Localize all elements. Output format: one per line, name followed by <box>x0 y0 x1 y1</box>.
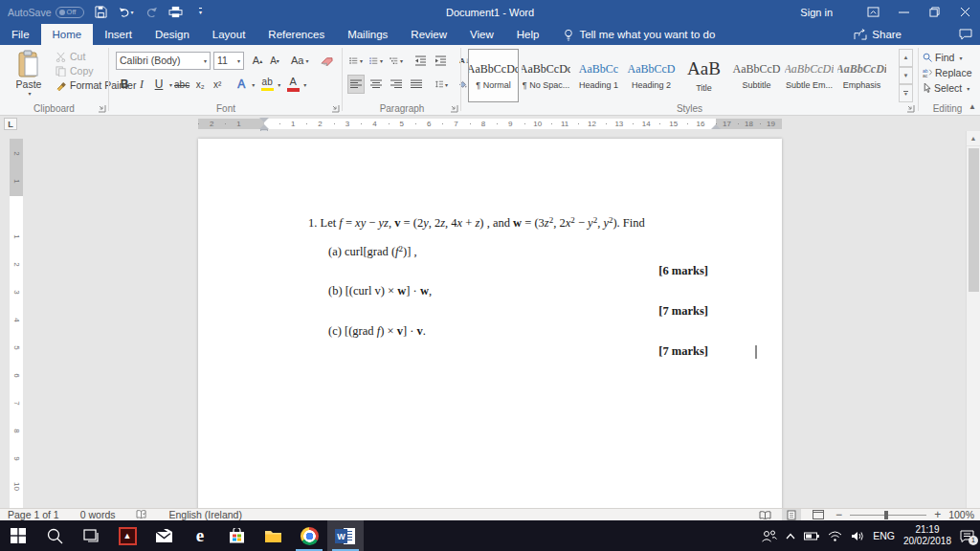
mail-button[interactable] <box>145 520 182 551</box>
tab-selector[interactable]: L <box>4 118 17 130</box>
sign-in-link[interactable]: Sign in <box>800 7 833 18</box>
line-spacing-button[interactable]: ▾ <box>433 75 450 94</box>
web-layout-button[interactable] <box>809 509 828 520</box>
ribbon-tab[interactable]: References <box>256 24 336 45</box>
customize-qat-button[interactable]: ▾ <box>193 5 209 20</box>
volume-icon[interactable] <box>851 531 864 541</box>
style-item[interactable]: AaBbCcDi Subtle Em... <box>784 49 835 102</box>
print-layout-button[interactable] <box>782 509 801 520</box>
page-indicator[interactable]: Page 1 of 1 <box>8 509 59 520</box>
battery-status-icon[interactable] <box>804 532 819 540</box>
scroll-up-button[interactable]: ▲ <box>967 131 980 146</box>
action-center-button[interactable]: 1 <box>960 530 974 542</box>
bold-button[interactable]: B <box>116 75 133 94</box>
font-size-combobox[interactable]: 11▾ <box>213 52 244 70</box>
style-item[interactable]: AaB Title <box>679 49 729 102</box>
language-switcher[interactable]: ENG <box>873 530 895 541</box>
zoom-slider[interactable] <box>850 515 926 516</box>
microsoft-store-button[interactable] <box>218 520 255 551</box>
ribbon-tab[interactable]: View <box>458 24 505 45</box>
show-hidden-icons-button[interactable] <box>786 533 795 540</box>
clipboard-dialog-launcher[interactable] <box>97 103 106 113</box>
ribbon-tab[interactable]: Review <box>399 24 458 45</box>
ribbon-display-options-button[interactable] <box>858 0 888 24</box>
numbering-button[interactable]: ▾ <box>368 51 385 70</box>
redo-button[interactable] <box>144 5 159 20</box>
share-button[interactable]: Share <box>854 29 902 40</box>
word-taskbar-button[interactable]: W <box>327 520 364 551</box>
text-highlight-button[interactable]: ab <box>258 75 276 94</box>
document-page[interactable]: 1. Let f = xy − yz, v = (2y, 2z, 4x + z)… <box>198 139 782 508</box>
change-case-button[interactable]: Aa▾ <box>289 51 310 70</box>
clear-formatting-button[interactable] <box>318 51 335 70</box>
paragraph-dialog-launcher[interactable] <box>449 103 458 113</box>
language-indicator[interactable]: English (Ireland) <box>168 509 241 520</box>
right-indent-marker[interactable] <box>711 124 721 129</box>
increase-indent-button[interactable] <box>432 51 449 70</box>
subscript-button[interactable]: x₂ <box>191 75 209 94</box>
style-item[interactable]: AaBbCcDc ¶ No Spac... <box>521 49 571 102</box>
styles-scroll-up-button[interactable]: ▲ <box>899 49 913 67</box>
zoom-slider-thumb[interactable] <box>884 511 888 519</box>
minimize-button[interactable] <box>888 0 919 24</box>
collapse-ribbon-button[interactable]: ▲ <box>969 102 976 111</box>
italic-button[interactable]: I <box>133 75 150 94</box>
select-button[interactable]: Select▾ <box>923 82 972 94</box>
edge-button[interactable]: e <box>182 520 218 551</box>
style-item[interactable]: AaBbCcD Subtitle <box>731 49 782 102</box>
ribbon-tab[interactable]: File <box>0 24 41 45</box>
decrease-indent-button[interactable] <box>412 51 429 70</box>
styles-scroll-down-button[interactable]: ▼ <box>899 67 913 85</box>
zoom-level[interactable]: 100% <box>948 509 974 520</box>
font-family-combobox[interactable]: Calibri (Body)▾ <box>116 52 211 70</box>
word-count[interactable]: 0 words <box>80 509 116 520</box>
autosave-toggle[interactable]: AutoSave Off <box>8 7 84 18</box>
find-button[interactable]: Find▾ <box>923 52 972 63</box>
font-color-button[interactable]: A <box>284 75 301 94</box>
quick-print-button[interactable] <box>168 5 184 20</box>
align-center-button[interactable] <box>368 75 385 94</box>
ribbon-tab[interactable]: Home <box>41 24 94 45</box>
underline-button[interactable]: U <box>150 75 167 94</box>
shrink-font-button[interactable]: A▾ <box>266 51 283 70</box>
replace-button[interactable]: abac Replace <box>923 67 972 78</box>
style-item[interactable]: AaBbCcDc ¶ Normal <box>468 49 519 102</box>
grow-font-button[interactable]: A▴ <box>249 51 266 70</box>
style-item[interactable]: AaBbCcD Heading 2 <box>626 49 677 102</box>
vertical-scrollbar[interactable]: ▲ <box>966 131 980 508</box>
undo-button[interactable]: ▾ <box>119 5 134 20</box>
restore-button[interactable] <box>919 0 949 24</box>
task-view-button[interactable] <box>73 520 109 551</box>
style-item[interactable]: AaBbCc Heading 1 <box>573 49 624 102</box>
ribbon-tab[interactable]: Layout <box>201 24 257 45</box>
align-left-button[interactable] <box>347 75 365 94</box>
acrobat-reader-button[interactable]: ▲ <box>109 520 145 551</box>
taskbar-search-button[interactable] <box>36 520 73 551</box>
zoom-out-button[interactable]: − <box>835 508 842 521</box>
tell-me-box[interactable]: Tell me what you want to do <box>564 24 715 45</box>
ribbon-tab[interactable]: Mailings <box>336 24 399 45</box>
style-item[interactable]: AaBbCcDi Emphasis <box>836 49 887 102</box>
read-mode-button[interactable] <box>755 509 774 520</box>
ribbon-tab[interactable]: Insert <box>93 24 144 45</box>
ribbon-tab[interactable]: Design <box>144 24 201 45</box>
ribbon-tab[interactable]: Help <box>505 24 551 45</box>
network-wifi-icon[interactable] <box>828 531 842 541</box>
paste-button[interactable]: Paste ▾ <box>8 50 50 109</box>
styles-more-button[interactable]: ▼ <box>899 84 913 102</box>
strikethrough-button[interactable]: abc <box>172 75 191 94</box>
start-button[interactable] <box>0 520 36 551</box>
save-button[interactable] <box>94 5 109 20</box>
first-line-indent-marker[interactable] <box>259 118 269 122</box>
text-effects-button[interactable]: A <box>233 75 250 94</box>
clock[interactable]: 21:19 20/02/2018 <box>903 524 951 548</box>
file-explorer-button[interactable] <box>255 520 291 551</box>
people-button[interactable] <box>761 530 777 542</box>
chrome-button[interactable] <box>291 520 327 551</box>
multilevel-list-button[interactable]: ▾ <box>388 51 405 70</box>
zoom-in-button[interactable]: + <box>934 508 941 521</box>
comments-button[interactable] <box>959 29 972 40</box>
proofing-icon[interactable] <box>136 510 147 519</box>
styles-dialog-launcher[interactable] <box>905 103 915 113</box>
close-button[interactable] <box>949 0 980 24</box>
